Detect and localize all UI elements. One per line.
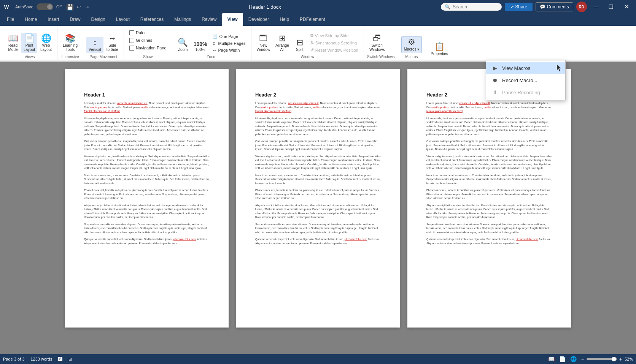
tab-design[interactable]: Design (86, 13, 110, 26)
svg-text:W: W (4, 4, 9, 10)
save-icon[interactable]: 💾 (66, 3, 74, 11)
zoom-100-button[interactable]: 100% 100% (191, 40, 210, 53)
pause-recording-label: Pause Recording (502, 90, 540, 95)
search-input[interactable] (453, 4, 491, 9)
read-mode-icon: 📖 (8, 34, 18, 43)
tab-help[interactable]: Help (274, 13, 294, 26)
print-layout-status-icon[interactable]: 📄 (559, 356, 566, 362)
title-bar: W AutoSave Off 💾 ↩ ↪ Header 1.docx 🔍 ↗ S… (0, 0, 636, 14)
tab-references[interactable]: References (135, 13, 169, 26)
side-to-side-button[interactable]: ↔ Sideto Side (104, 33, 121, 53)
page1-para-5: Phasellus ex nisl, lobortis in dapibus e… (84, 188, 210, 201)
page3-para-2: Orci varius natoque penatibus et magnis … (426, 139, 552, 152)
view-macros-label: View Macros (502, 65, 530, 71)
page-width-button[interactable]: ↔ Page Width (210, 47, 248, 53)
gridlines-checkbox[interactable]: Gridlines (127, 37, 154, 44)
reset-window-button[interactable]: ↺ Reset Window Position (308, 47, 361, 53)
tab-file[interactable]: File (2, 13, 19, 26)
page3-para-6: Aliquam suscipit tellus ut cius tincidun… (426, 204, 552, 220)
properties-icon: 📋 (434, 43, 445, 51)
read-mode-button[interactable]: 📖 ReadMode (5, 33, 21, 53)
cursor-indicator (557, 64, 562, 72)
switch-windows-label: Switch Windows (367, 53, 395, 60)
side-to-side-icon: ↔ (108, 34, 116, 43)
page3-para-0: Lorem ipsum dolor sit amet consectetur a… (426, 101, 552, 114)
tab-layout[interactable]: Layout (111, 13, 135, 26)
macros-button[interactable]: ⚙ Macros ▾ (401, 36, 422, 53)
pause-recording-item[interactable]: ⏸ Pause Recording (486, 86, 565, 98)
navigation-pane-checkbox[interactable]: Navigation Pane (127, 45, 169, 51)
properties-label (428, 57, 450, 60)
vertical-icon: ↕ (93, 38, 97, 47)
view-macros-item[interactable]: ▶ View Macros (486, 62, 565, 74)
one-page-icon: 📃 (212, 34, 218, 39)
tab-insert[interactable]: Insert (42, 13, 64, 26)
multiple-pages-icon: 🗒 (212, 41, 216, 46)
window-label: Window (254, 53, 361, 60)
tab-pdfelement[interactable]: PDFelement (294, 13, 331, 26)
document-page-3: Header 2 Lorem ipsum dolor sit amet cons… (407, 69, 571, 328)
page1-para-6: Aliquam suscipit tellus ut cius tincidun… (84, 204, 210, 220)
comments-button[interactable]: 💬 Comments (536, 2, 573, 11)
arrange-all-button[interactable]: ⊞ ArrangeAll (273, 33, 291, 53)
redo-icon[interactable]: ↪ (84, 4, 89, 10)
macros-icon: ⚙ (408, 38, 415, 46)
tab-mailings[interactable]: Mailings (169, 13, 196, 26)
immersive-label: Immersive (60, 53, 80, 60)
ruler-checkbox[interactable]: Ruler (127, 30, 148, 36)
avatar[interactable]: RD (576, 2, 587, 12)
minimize-button[interactable]: ─ (590, 2, 602, 11)
page-width-icon: ↔ (212, 48, 216, 52)
read-mode-status-icon[interactable]: 📖 (548, 356, 555, 362)
page1-para-4: Nunc in accumsan erat, a varius arcu. Cu… (84, 174, 210, 186)
print-layout-button[interactable]: 📄 PrintLayout (21, 33, 37, 53)
arrange-all-icon: ⊞ (279, 34, 286, 43)
show-label: Show (127, 53, 169, 60)
record-macro-label: Record Macro... (502, 78, 537, 83)
document-page-2: Header 2 Lorem ipsum dolor sit amet cons… (236, 69, 400, 328)
switch-windows-icon: 🗗 (373, 34, 381, 43)
zoom-in-icon[interactable]: + (619, 356, 622, 362)
ribbon-group-macros: ⚙ Macros ▾ Macros (398, 27, 426, 60)
web-layout-status-icon[interactable]: 🌐 (570, 356, 577, 362)
split-button[interactable]: ⊟ Split (292, 37, 307, 53)
tab-draw[interactable]: Draw (64, 13, 86, 26)
ruler-checkbox-icon (129, 30, 134, 35)
share-button[interactable]: ↗ Share (505, 3, 533, 11)
record-macro-item[interactable]: ⏺ Record Macro... (486, 74, 565, 86)
restore-button[interactable]: ❐ (605, 3, 617, 11)
page2-para-6: Aliquam suscipit tellus ut cius tincidun… (255, 204, 381, 220)
new-window-button[interactable]: 🗔 NewWindow (254, 33, 273, 53)
vertical-button[interactable]: ↕ Vertical (86, 37, 103, 53)
tab-developer[interactable]: Developer (243, 13, 275, 26)
search-icon: 🔍 (445, 4, 450, 9)
tab-home[interactable]: Home (19, 13, 42, 26)
learning-tools-button[interactable]: 📚 LearningTools (60, 33, 80, 53)
autosave-toggle[interactable] (37, 3, 53, 10)
view-side-by-side-button[interactable]: ⧉ View Side by Side (308, 32, 361, 39)
ribbon-group-page-movement: ↕ Vertical ↔ Sideto Side Page Movement (83, 27, 124, 60)
status-right: 📖 📄 🌐 − + 52% (548, 356, 633, 362)
page2-para-7: Suspendisse convallis eu sem vitae aliqu… (255, 223, 381, 235)
ribbon-group-switch-windows: 🗗 SwitchWindows Switch Windows (364, 27, 398, 60)
multiple-pages-button[interactable]: 🗒 Multiple Pages (210, 40, 248, 46)
new-window-icon: 🗔 (259, 34, 267, 43)
zoom-out-icon[interactable]: − (581, 356, 584, 362)
ribbon-content-bar: 📖 ReadMode 📄 PrintLayout 🌐 WebLayout Vie… (0, 26, 636, 60)
page3-para-1: Ut sem nulla, dapibus a purus venenatis,… (426, 117, 552, 137)
web-layout-button[interactable]: 🌐 WebLayout (38, 33, 54, 53)
one-page-button[interactable]: 📃 One Page (210, 33, 248, 40)
zoom-slider[interactable] (587, 358, 617, 360)
tab-review[interactable]: Review (196, 13, 222, 26)
undo-icon[interactable]: ↩ (77, 4, 81, 10)
navigation-pane-checkbox-icon (129, 46, 134, 51)
page1-para-0: Lorem ipsum dolor sit amet consectetur a… (84, 101, 210, 114)
zoom-button[interactable]: 🔍 Zoom (175, 37, 191, 53)
properties-button[interactable]: 📋 Properties (428, 41, 450, 57)
text-mode-icon[interactable]: 🅰 (58, 357, 62, 361)
close-button[interactable]: ✕ (620, 2, 633, 11)
switch-windows-button[interactable]: 🗗 SwitchWindows (367, 33, 387, 53)
synchronous-scrolling-button[interactable]: ⇅ Synchronous Scrolling (308, 40, 361, 46)
tab-view[interactable]: View (222, 13, 243, 26)
layout-grid-icon[interactable]: ⊞ (68, 357, 72, 362)
